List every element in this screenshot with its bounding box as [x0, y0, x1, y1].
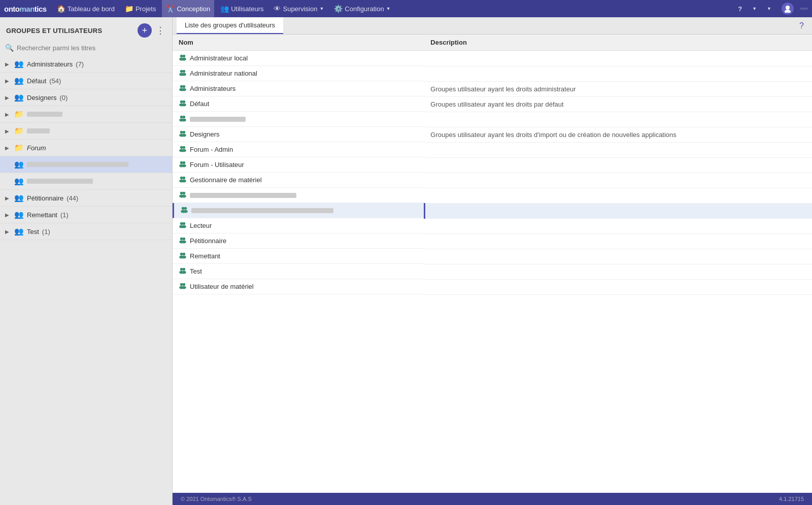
sidebar-item-designers[interactable]: ▶ 👥 Designers (0): [0, 89, 172, 106]
table-row[interactable]: [173, 203, 812, 218]
help-button[interactable]: ?: [795, 19, 808, 32]
add-group-button[interactable]: +: [138, 23, 152, 38]
cell-description: [424, 142, 812, 157]
svg-point-65: [182, 286, 186, 289]
content-tabs: Liste des groupes d'utilisateurs ?: [173, 17, 812, 35]
group-icon: 👥: [14, 93, 24, 102]
logo[interactable]: ontomantics: [4, 5, 47, 13]
group-row-icon: [179, 221, 187, 230]
svg-point-37: [182, 180, 186, 183]
cell-name: Forum - Utilisateur: [173, 157, 424, 173]
group-row-icon: [179, 69, 187, 78]
table-row[interactable]: [173, 112, 812, 127]
table-row[interactable]: DesignersGroupes utilisateur ayant les d…: [173, 127, 812, 142]
cell-name: Lecteur: [173, 218, 424, 233]
cell-name: Gestionnaire de matériel: [173, 173, 424, 188]
table-row[interactable]: Administrateur national: [173, 66, 812, 81]
search-input[interactable]: [17, 44, 167, 52]
table-row[interactable]: Gestionnaire de matériel: [173, 173, 812, 188]
table-row[interactable]: Pétitionnaire: [173, 233, 812, 249]
svg-point-1: [785, 10, 791, 13]
svg-point-61: [182, 271, 186, 274]
chevron-down-icon-2: ▼: [767, 6, 771, 11]
cell-description: [424, 279, 812, 294]
table-row[interactable]: Administrateur local: [173, 51, 812, 66]
svg-point-31: [183, 161, 186, 164]
sidebar: GROUPES ET UTILISATEURS + ⋮ 🔍 ▶ 👥 Admini…: [0, 17, 173, 505]
svg-point-5: [182, 58, 186, 61]
cell-name: [173, 112, 424, 127]
svg-point-10: [180, 85, 183, 88]
group-row-icon: [179, 267, 187, 276]
configuration-icon: ⚙️: [334, 5, 343, 13]
redacted-label: [27, 112, 62, 117]
group-icon: 👥: [14, 76, 24, 85]
table-row[interactable]: Forum - Utilisateur: [173, 157, 812, 173]
sidebar-item-redacted-3[interactable]: 👥: [0, 173, 172, 190]
table-row[interactable]: Test: [173, 264, 812, 279]
nav-projets[interactable]: 📁 Projets: [121, 0, 160, 17]
tab-liste-groupes[interactable]: Liste des groupes d'utilisateurs: [177, 17, 283, 34]
sidebar-item-redacted-1[interactable]: ▶ 📁: [0, 106, 172, 123]
avatar: [782, 3, 794, 15]
table-row[interactable]: Forum - Admin: [173, 142, 812, 157]
svg-point-43: [184, 207, 187, 210]
table-row[interactable]: AdministrateursGroupes utilisateur ayant…: [173, 81, 812, 96]
table-row[interactable]: Remettant: [173, 249, 812, 264]
svg-point-46: [180, 222, 183, 225]
nav-configuration[interactable]: ⚙️ Configuration ▼: [330, 0, 394, 17]
group-icon: 👥: [14, 227, 24, 236]
cell-description: [424, 173, 812, 188]
nav-help[interactable]: ?: [734, 0, 746, 17]
group-row-icon: [179, 115, 187, 123]
group-row-icon: [179, 252, 187, 260]
supervision-icon: 👁: [274, 5, 281, 13]
user-menu[interactable]: [777, 0, 798, 17]
sidebar-item-test[interactable]: ▶ 👥 Test (1): [0, 223, 172, 240]
nav-supervision[interactable]: 👁 Supervision ▼: [269, 0, 328, 17]
redacted-label: [27, 128, 50, 133]
svg-point-9: [182, 73, 186, 76]
expand-icon: ▶: [5, 61, 11, 67]
group-row-icon: [179, 191, 187, 199]
sidebar-item-redacted-2[interactable]: ▶ 📁: [0, 123, 172, 140]
sidebar-item-label: Administrateurs: [27, 60, 73, 68]
table-row[interactable]: Lecteur: [173, 218, 812, 233]
svg-point-58: [180, 268, 183, 271]
sidebar-header-actions: + ⋮: [138, 23, 166, 38]
username-label[interactable]: [800, 8, 808, 10]
redacted-label: [27, 179, 93, 184]
nav-tableau-de-bord[interactable]: 🏠 Tableau de bord: [53, 0, 119, 17]
svg-point-29: [182, 149, 186, 152]
nav-conception[interactable]: ✂️ Conception: [162, 0, 214, 17]
table-row[interactable]: Utilisateur de matériel: [173, 279, 812, 294]
sidebar-search-bar: 🔍: [0, 42, 172, 56]
svg-point-19: [183, 116, 186, 119]
svg-point-35: [183, 177, 186, 180]
page-footer: © 2021 Ontomantics® S.A.S 4.1.21715: [173, 493, 812, 505]
nav-extra-dropdown2[interactable]: ▼: [763, 0, 775, 17]
sidebar-item-count: (1): [60, 211, 69, 219]
cell-description: Groupes utilisateur ayant les droits d'i…: [424, 127, 812, 142]
cell-description: [424, 249, 812, 264]
more-options-button[interactable]: ⋮: [155, 24, 166, 37]
sidebar-item-defaut[interactable]: ▶ 👥 Défaut (54): [0, 73, 172, 89]
sidebar-item-count: (7): [76, 60, 84, 68]
sidebar-item-redacted-highlighted[interactable]: 👥: [0, 156, 172, 173]
redacted-label: [27, 162, 128, 167]
svg-point-49: [182, 225, 186, 228]
nav-extra-dropdown1[interactable]: ▼: [748, 0, 761, 17]
group-icon: 👥: [14, 210, 24, 219]
sidebar-item-count: (0): [60, 94, 68, 102]
folder-icon: 📁: [14, 126, 24, 136]
table-row[interactable]: DéfautGroupes utilisateur ayant les droi…: [173, 96, 812, 112]
svg-point-34: [180, 177, 183, 180]
sidebar-item-administrateurs[interactable]: ▶ 👥 Administrateurs (7): [0, 56, 172, 73]
sidebar-item-forum[interactable]: ▶ 📁 Forum: [0, 140, 172, 156]
svg-point-63: [183, 283, 186, 286]
table-row[interactable]: [173, 188, 812, 203]
sidebar-item-petitionnaire[interactable]: ▶ 👥 Pétitionnaire (44): [0, 190, 172, 207]
search-icon: 🔍: [5, 44, 14, 52]
sidebar-item-remettant[interactable]: ▶ 👥 Remettant (1): [0, 207, 172, 223]
nav-utilisateurs[interactable]: 👥 Utilisateurs: [216, 0, 267, 17]
